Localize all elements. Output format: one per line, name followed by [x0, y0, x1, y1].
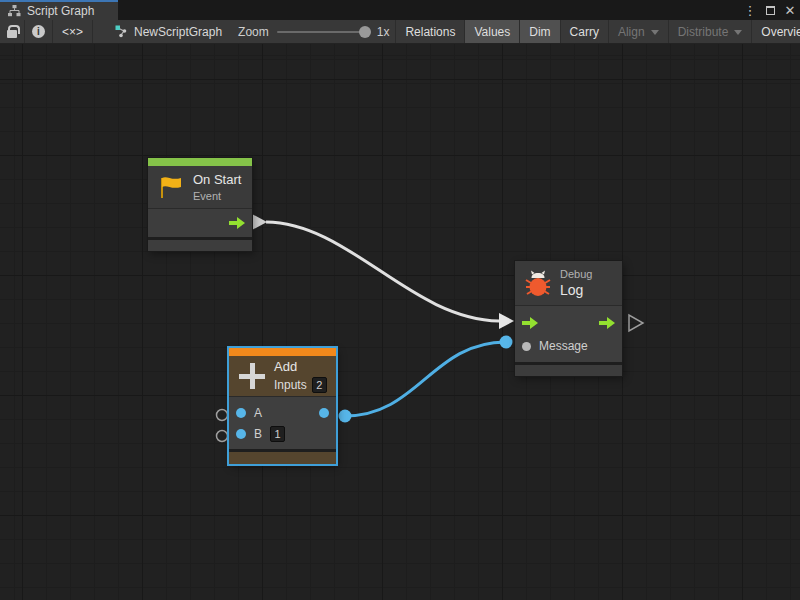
info-icon: i — [32, 25, 45, 38]
message-port-label: Message — [539, 339, 588, 353]
node-title-area: Add Inputs 2 — [229, 356, 336, 396]
dim-button[interactable]: Dim — [520, 20, 560, 43]
node-footer — [229, 452, 336, 464]
flow-output-arrow-icon[interactable] — [229, 217, 245, 229]
node-title: Log — [560, 282, 592, 298]
value-wire-target-dot — [500, 336, 513, 349]
graph-breadcrumb[interactable]: NewScriptGraph — [105, 20, 232, 43]
maximize-button[interactable] — [762, 1, 778, 19]
values-button[interactable]: Values — [465, 20, 520, 43]
flow-wire-source-arrowhead — [252, 214, 267, 230]
node-subtitle: Inputs — [274, 378, 307, 392]
zoom-control: Zoom 1x — [232, 20, 395, 43]
window-menu-button[interactable]: ⋮ — [742, 1, 758, 19]
info-button[interactable]: i — [25, 20, 53, 43]
unconnected-port-a-handle[interactable] — [217, 410, 228, 421]
node-ports-area: Message — [515, 305, 622, 362]
port-b-input-dot[interactable] — [236, 429, 246, 439]
distribute-dropdown[interactable]: Distribute — [669, 20, 753, 43]
sum-output-dot[interactable] — [319, 408, 329, 418]
plus-icon — [239, 363, 265, 389]
node-category: Debug — [560, 268, 592, 280]
chevron-down-icon — [651, 30, 659, 35]
inputs-count-field[interactable]: 2 — [312, 377, 327, 393]
chevron-down-icon — [734, 30, 742, 35]
node-title-area: On Start Event — [148, 166, 252, 208]
relations-button[interactable]: Relations — [395, 20, 465, 43]
node-add[interactable]: Add Inputs 2 A B 1 — [229, 348, 336, 464]
node-on-start[interactable]: On Start Event — [148, 158, 252, 251]
connection-layer — [0, 44, 800, 600]
node-footer — [148, 240, 252, 251]
align-label: Align — [618, 25, 645, 39]
lock-icon — [7, 30, 17, 38]
graph-toolbar: i <×> NewScriptGraph Zoom 1x Relations V… — [0, 20, 800, 44]
bug-icon — [525, 269, 551, 297]
lock-button[interactable] — [0, 20, 25, 43]
node-ports-area: A B 1 — [229, 396, 336, 449]
distribute-label: Distribute — [678, 25, 729, 39]
unconnected-port-b-handle[interactable] — [217, 431, 228, 442]
node-title: Add — [274, 359, 327, 374]
value-wire-add-to-message[interactable] — [345, 342, 506, 416]
message-input-dot[interactable] — [522, 342, 531, 351]
script-graph-window: Script Graph ⋮ ✕ i <×> NewScriptGraph Zo… — [0, 0, 800, 600]
zoom-value: 1x — [377, 25, 390, 39]
graph-canvas[interactable]: On Start Event Add — [0, 44, 800, 600]
flow-wire-target-arrowhead — [499, 313, 514, 329]
node-title-area: Debug Log — [515, 261, 622, 305]
toolbar-right-group: Relations Values Dim Carry Align Distrib… — [395, 20, 800, 43]
node-ports-area — [148, 208, 252, 237]
unconnected-flow-out-handle[interactable] — [629, 315, 643, 331]
zoom-slider[interactable] — [277, 31, 369, 33]
node-subtitle: Event — [193, 190, 241, 202]
tab-label: Script Graph — [27, 4, 94, 18]
close-button[interactable]: ✕ — [782, 1, 798, 19]
zoom-label: Zoom — [238, 25, 269, 39]
flag-icon — [158, 175, 184, 199]
carry-button[interactable]: Carry — [561, 20, 609, 43]
flow-output-arrow-icon[interactable] — [599, 317, 615, 329]
align-dropdown[interactable]: Align — [609, 20, 669, 43]
operator-header-bar — [229, 348, 336, 356]
event-header-bar — [148, 158, 252, 166]
node-footer — [515, 365, 622, 376]
zoom-slider-handle[interactable] — [359, 26, 371, 38]
port-a-label: A — [254, 406, 262, 420]
flow-wire-onstart-to-log[interactable] — [266, 222, 499, 321]
node-title: On Start — [193, 172, 241, 187]
port-b-label: B — [254, 427, 262, 441]
graph-hierarchy-icon — [8, 5, 21, 17]
port-b-value-field[interactable]: 1 — [270, 426, 285, 442]
tab-bar: Script Graph ⋮ ✕ — [0, 0, 800, 20]
graph-name-label: NewScriptGraph — [134, 25, 222, 39]
overview-button[interactable]: Overview — [752, 20, 800, 43]
tab-script-graph[interactable]: Script Graph — [0, 0, 118, 20]
port-a-input-dot[interactable] — [236, 408, 246, 418]
maximize-icon — [766, 6, 775, 15]
node-debug-log[interactable]: Debug Log Message — [515, 261, 622, 376]
window-controls: ⋮ ✕ — [742, 0, 798, 20]
value-wire-source-dot — [339, 410, 352, 423]
graph-asset-icon — [115, 25, 128, 38]
flow-input-arrow-icon[interactable] — [522, 317, 538, 329]
edit-source-button[interactable]: <×> — [53, 20, 93, 43]
